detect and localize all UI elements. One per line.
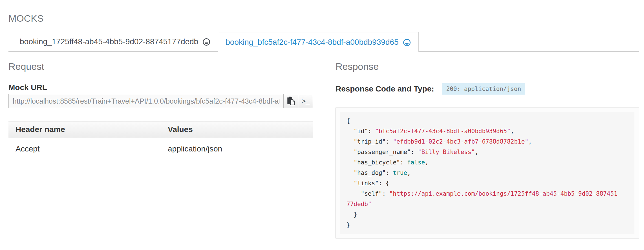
column-header-name: Header name xyxy=(8,121,161,138)
mocks-page: MOCKS booking_1725ff48-ab45-4bb5-9d02-88… xyxy=(0,0,644,238)
column-values: Values xyxy=(161,121,313,138)
tab-booking-1725ff48[interactable]: booking_1725ff48-ab45-4bb5-9d02-88745177… xyxy=(12,32,218,51)
copy-url-button[interactable] xyxy=(283,94,298,108)
header-values-cell: application/json xyxy=(161,138,313,157)
response-body-panel: { "id": "bfc5af2c-f477-43c4-8bdf-a00bdb9… xyxy=(336,108,639,238)
header-name-cell: Accept xyxy=(8,138,161,157)
response-code-type-label: Response Code and Type: xyxy=(336,85,434,93)
response-body-json: { "id": "bfc5af2c-f477-43c4-8bdf-a00bdb9… xyxy=(340,112,634,234)
terminal-icon: >_ xyxy=(302,97,309,105)
table-row: Accept application/json xyxy=(8,138,313,157)
request-panel: Request Mock URL >_ xyxy=(8,60,313,238)
smile-icon xyxy=(403,38,411,47)
tab-label: booking_bfc5af2c-f477-43c4-8bdf-a00bdb93… xyxy=(226,38,398,47)
curl-command-button[interactable]: >_ xyxy=(298,94,313,108)
table-header-row: Header name Values xyxy=(8,121,313,138)
tab-label: booking_1725ff48-ab45-4bb5-9d02-88745177… xyxy=(20,37,198,46)
smile-icon xyxy=(202,38,211,46)
paste-clipboard-icon xyxy=(286,96,296,106)
mock-url-group: >_ xyxy=(8,94,313,108)
page-title: MOCKS xyxy=(8,12,639,24)
mock-url-label: Mock URL xyxy=(8,83,313,92)
tab-booking-bfc5af2c[interactable]: booking_bfc5af2c-f477-43c4-8bdf-a00bdb93… xyxy=(218,32,418,52)
request-headers-table: Header name Values Accept application/js… xyxy=(8,121,313,157)
response-section-title: Response xyxy=(336,60,639,73)
response-code-badge: 200: application/json xyxy=(442,83,526,95)
request-section-title: Request xyxy=(8,60,313,73)
mock-tabs: booking_1725ff48-ab45-4bb5-9d02-88745177… xyxy=(8,32,639,52)
mock-url-input[interactable] xyxy=(8,94,284,108)
response-panel: Response Response Code and Type: 200: ap… xyxy=(336,60,639,238)
